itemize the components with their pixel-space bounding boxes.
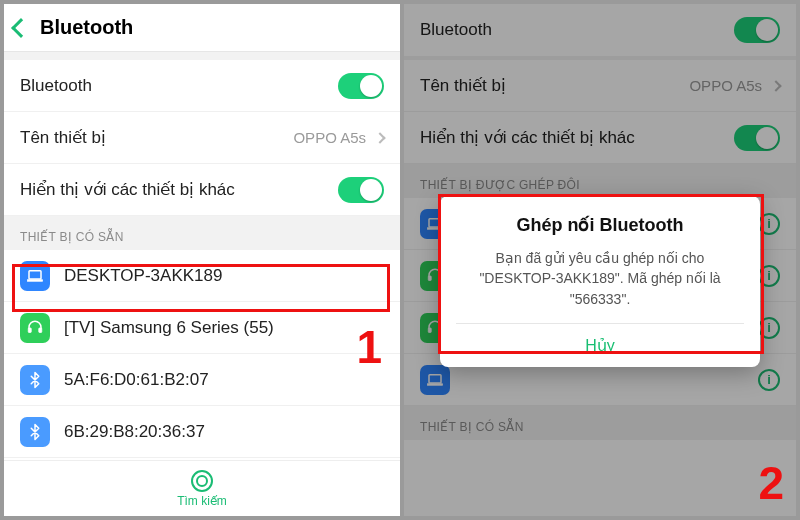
svg-rect-1 <box>28 279 43 281</box>
svg-rect-2 <box>28 328 31 333</box>
svg-rect-3 <box>39 328 42 333</box>
section-available-devices: THIẾT BỊ CÓ SẴN <box>4 216 400 250</box>
svg-rect-0 <box>29 270 41 278</box>
annotation-step-number: 1 <box>356 320 382 374</box>
row-label: Bluetooth <box>20 76 92 96</box>
chevron-right-icon <box>770 80 781 91</box>
device-name: DESKTOP-3AKK189 <box>64 266 222 286</box>
bt-icon <box>20 417 50 447</box>
row-label: Tên thiết bị <box>20 127 106 148</box>
header: Bluetooth <box>4 4 400 52</box>
annotation-step-number: 2 <box>758 456 784 510</box>
page-title: Bluetooth <box>40 16 133 39</box>
back-icon[interactable] <box>11 18 31 38</box>
row-device-name: Tên thiết bị OPPO A5s <box>404 60 796 112</box>
row-label: Hiển thị với các thiết bị khác <box>420 127 635 148</box>
device-name-value: OPPO A5s <box>293 129 366 146</box>
search-target-icon <box>191 470 213 492</box>
section-paired-devices: THIẾT BỊ ĐƯỢC GHÉP ĐÔI <box>404 164 796 198</box>
row-label: Hiển thị với các thiết bị khác <box>20 179 235 200</box>
footer-search[interactable]: Tìm kiếm <box>4 460 400 516</box>
row-label: Bluetooth <box>420 20 492 40</box>
cancel-button[interactable]: Hủy <box>456 323 744 367</box>
device-name: 5A:F6:D0:61:B2:07 <box>64 370 209 390</box>
screen-pairing-dialog: Bluetooth Tên thiết bị OPPO A5s Hiển thị… <box>400 4 796 516</box>
available-device-row[interactable]: 5A:F6:D0:61:B2:07 <box>4 354 400 406</box>
device-name: [TV] Samsung 6 Series (55) <box>64 318 274 338</box>
info-icon: i <box>758 265 780 287</box>
row-visibility-toggle[interactable]: Hiển thị với các thiết bị khác <box>4 164 400 216</box>
svg-rect-10 <box>429 374 441 382</box>
available-device-row[interactable]: DESKTOP-3AKK189 <box>4 250 400 302</box>
available-device-row[interactable]: 6B:29:B8:20:36:37 <box>4 406 400 458</box>
info-icon: i <box>758 369 780 391</box>
tv-icon <box>20 313 50 343</box>
device-name: 6B:29:B8:20:36:37 <box>64 422 205 442</box>
toggle-bluetooth[interactable] <box>338 73 384 99</box>
toggle-visibility[interactable] <box>338 177 384 203</box>
section-available-devices: THIẾT BỊ CÓ SẴN <box>404 406 796 440</box>
dialog-title: Ghép nối Bluetooth <box>456 214 744 236</box>
device-name-value: OPPO A5s <box>689 77 762 94</box>
svg-rect-8 <box>428 328 431 333</box>
svg-rect-11 <box>428 383 443 385</box>
footer-label: Tìm kiếm <box>177 494 227 508</box>
row-visibility-toggle: Hiển thị với các thiết bị khác <box>404 112 796 164</box>
info-icon: i <box>758 317 780 339</box>
row-device-name[interactable]: Tên thiết bị OPPO A5s <box>4 112 400 164</box>
row-bluetooth-toggle: Bluetooth <box>404 4 796 56</box>
toggle-visibility <box>734 125 780 151</box>
row-bluetooth-toggle[interactable]: Bluetooth <box>4 60 400 112</box>
dialog-body: Bạn đã gửi yêu cầu ghép nối cho "DESKTOP… <box>456 248 744 309</box>
laptop-icon <box>420 365 450 395</box>
row-label: Tên thiết bị <box>420 75 506 96</box>
screen-bluetooth-list: Bluetooth Bluetooth Tên thiết bị OPPO A5… <box>4 4 400 516</box>
toggle-bluetooth <box>734 17 780 43</box>
available-device-row[interactable]: [TV] Samsung 6 Series (55) <box>4 302 400 354</box>
pairing-dialog: Ghép nối Bluetooth Bạn đã gửi yêu cầu gh… <box>440 196 760 367</box>
bt-icon <box>20 365 50 395</box>
svg-rect-6 <box>428 276 431 281</box>
laptop-icon <box>20 261 50 291</box>
chevron-right-icon <box>374 132 385 143</box>
info-icon: i <box>758 213 780 235</box>
